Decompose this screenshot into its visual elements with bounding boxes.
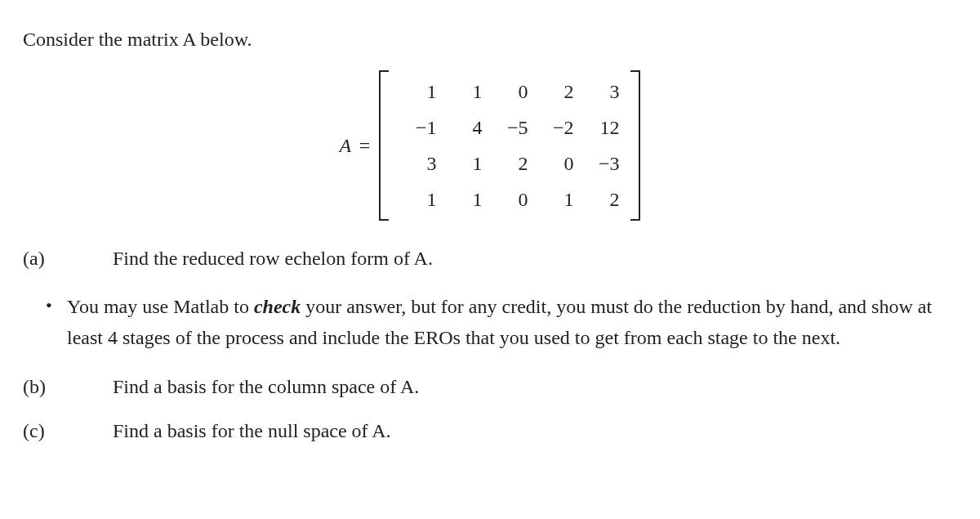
intro-text: Consider the matrix A below. bbox=[23, 25, 957, 54]
part-b: (b) Find a basis for the column space of… bbox=[23, 372, 957, 401]
matrix-cell: 12 bbox=[578, 110, 624, 145]
bullet-pre: You may use Matlab to bbox=[67, 296, 254, 317]
part-a-text: Find the reduced row echelon form of A. bbox=[113, 244, 957, 273]
bullet-text: You may use Matlab to check your answer,… bbox=[67, 291, 957, 354]
matrix-row: −1 4 −5 −2 12 bbox=[395, 110, 624, 145]
part-c-text: Find a basis for the null space of A. bbox=[113, 416, 957, 445]
matrix-cell: −3 bbox=[578, 145, 624, 181]
part-b-text: Find a basis for the column space of A. bbox=[113, 372, 957, 401]
matrix-cell: −2 bbox=[532, 110, 578, 145]
matrix-var: A bbox=[340, 131, 352, 160]
matrix-cell: 0 bbox=[532, 145, 578, 181]
matrix-cell: 4 bbox=[441, 110, 487, 145]
part-c-label: (c) bbox=[23, 416, 113, 445]
matrix-cell: 1 bbox=[441, 181, 487, 217]
bullet-icon: • bbox=[46, 291, 67, 320]
matrix-cell: 2 bbox=[578, 181, 624, 217]
matrix-row: 1 1 0 2 3 bbox=[395, 74, 624, 110]
instruction-bullet: • You may use Matlab to check your answe… bbox=[46, 291, 957, 354]
matrix-cell: 1 bbox=[395, 74, 441, 110]
part-c: (c) Find a basis for the null space of A… bbox=[23, 416, 957, 445]
matrix-body: 1 1 0 2 3 −1 4 −5 −2 12 3 1 2 0 −3 1 1 0… bbox=[389, 70, 630, 221]
right-bracket bbox=[630, 70, 640, 221]
matrix-cell: 1 bbox=[532, 181, 578, 217]
matrix-cell: 2 bbox=[532, 74, 578, 110]
matrix-row: 3 1 2 0 −3 bbox=[395, 145, 624, 181]
part-a: (a) Find the reduced row echelon form of… bbox=[23, 244, 957, 273]
part-b-label: (b) bbox=[23, 372, 113, 401]
matrix-cell: 1 bbox=[395, 181, 441, 217]
matrix-equation: A = 1 1 0 2 3 −1 4 −5 −2 12 3 1 2 0 −3 1… bbox=[23, 70, 957, 221]
matrix-cell: 0 bbox=[487, 181, 532, 217]
left-bracket bbox=[379, 70, 389, 221]
matrix-cell: 2 bbox=[487, 145, 532, 181]
matrix-cell: 3 bbox=[578, 74, 624, 110]
matrix-cell: 1 bbox=[441, 74, 487, 110]
equals-sign: = bbox=[358, 131, 371, 160]
matrix-cell: −5 bbox=[487, 110, 532, 145]
matrix-cell: 3 bbox=[395, 145, 441, 181]
part-a-label: (a) bbox=[23, 244, 113, 273]
matrix-cell: 0 bbox=[487, 74, 532, 110]
matrix-row: 1 1 0 1 2 bbox=[395, 181, 624, 217]
matrix-cell: −1 bbox=[395, 110, 441, 145]
matrix-cell: 1 bbox=[441, 145, 487, 181]
bullet-emphasis: check bbox=[254, 296, 301, 317]
